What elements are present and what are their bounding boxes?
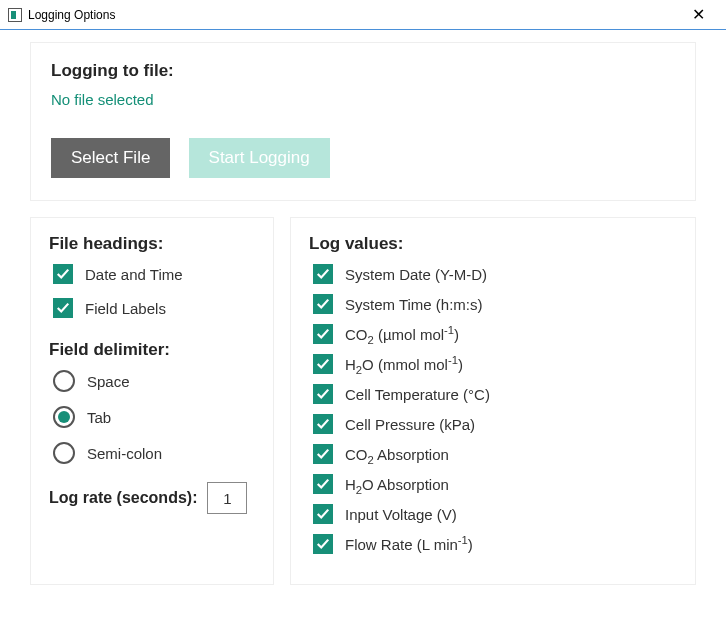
content-area: Logging to file: No file selected Select… [0, 30, 726, 585]
checkbox-label: Cell Temperature (°C) [345, 386, 490, 403]
checkbox-cell-temp[interactable]: Cell Temperature (°C) [313, 384, 677, 404]
right-panel: Log values: System Date (Y-M-D) System T… [290, 217, 696, 585]
checkbox-label: Date and Time [85, 266, 183, 283]
checkbox-label: System Time (h:m:s) [345, 296, 483, 313]
close-icon[interactable]: ✕ [678, 5, 718, 24]
checkbox-flow-rate[interactable]: Flow Rate (L min-1) [313, 534, 677, 554]
checkbox-system-date[interactable]: System Date (Y-M-D) [313, 264, 677, 284]
app-icon [8, 8, 22, 22]
file-status: No file selected [51, 91, 675, 108]
checkbox-label: H2O Absorption [345, 476, 449, 493]
checkbox-label: Cell Pressure (kPa) [345, 416, 475, 433]
radio-icon [53, 406, 75, 428]
check-icon [313, 264, 333, 284]
checkbox-label: CO2 Absorption [345, 446, 449, 463]
check-icon [313, 444, 333, 464]
checkbox-label: System Date (Y-M-D) [345, 266, 487, 283]
check-icon [313, 324, 333, 344]
check-icon [313, 294, 333, 314]
radio-label: Space [87, 373, 130, 390]
log-rate-label: Log rate (seconds): [49, 489, 197, 507]
log-rate-row: Log rate (seconds): [49, 482, 255, 514]
field-delimiter-heading: Field delimiter: [49, 340, 255, 360]
check-icon [313, 504, 333, 524]
check-icon [313, 384, 333, 404]
check-icon [313, 474, 333, 494]
select-file-button[interactable]: Select File [51, 138, 170, 178]
window-title: Logging Options [28, 8, 678, 22]
check-icon [53, 298, 73, 318]
check-icon [313, 534, 333, 554]
checkbox-label: CO2 (µmol mol-1) [345, 326, 459, 343]
checkbox-label: H2O (mmol mol-1) [345, 356, 463, 373]
log-rate-input[interactable] [207, 482, 247, 514]
checkbox-system-time[interactable]: System Time (h:m:s) [313, 294, 677, 314]
radio-tab[interactable]: Tab [53, 406, 255, 428]
checkbox-date-time[interactable]: Date and Time [53, 264, 255, 284]
file-headings-heading: File headings: [49, 234, 255, 254]
radio-icon [53, 442, 75, 464]
checkbox-label: Input Voltage (V) [345, 506, 457, 523]
check-icon [313, 414, 333, 434]
check-icon [313, 354, 333, 374]
checkbox-co2-absorption[interactable]: CO2 Absorption [313, 444, 677, 464]
radio-semi-colon[interactable]: Semi-colon [53, 442, 255, 464]
checkbox-co2[interactable]: CO2 (µmol mol-1) [313, 324, 677, 344]
checkbox-input-voltage[interactable]: Input Voltage (V) [313, 504, 677, 524]
titlebar: Logging Options ✕ [0, 0, 726, 30]
start-logging-button[interactable]: Start Logging [189, 138, 330, 178]
radio-label: Semi-colon [87, 445, 162, 462]
logging-to-file-panel: Logging to file: No file selected Select… [30, 42, 696, 201]
log-values-heading: Log values: [309, 234, 677, 254]
radio-space[interactable]: Space [53, 370, 255, 392]
checkbox-field-labels[interactable]: Field Labels [53, 298, 255, 318]
radio-icon [53, 370, 75, 392]
checkbox-h2o[interactable]: H2O (mmol mol-1) [313, 354, 677, 374]
checkbox-label: Flow Rate (L min-1) [345, 536, 473, 553]
checkbox-label: Field Labels [85, 300, 166, 317]
radio-label: Tab [87, 409, 111, 426]
checkbox-cell-pressure[interactable]: Cell Pressure (kPa) [313, 414, 677, 434]
check-icon [53, 264, 73, 284]
left-panel: File headings: Date and Time Field Label… [30, 217, 274, 585]
checkbox-h2o-absorption[interactable]: H2O Absorption [313, 474, 677, 494]
logging-to-file-heading: Logging to file: [51, 61, 675, 81]
